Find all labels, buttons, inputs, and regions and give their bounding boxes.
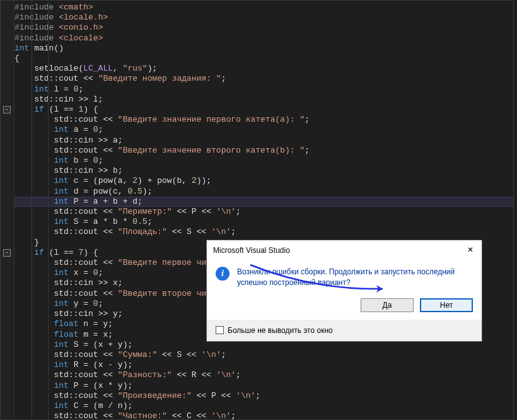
indent-guide [48, 1, 49, 419]
editor-gutter: -- [1, 1, 15, 419]
dialog-body: i Возникли ошибки сборки. Продолжить и з… [207, 259, 482, 296]
code-area[interactable]: #include <cmath> #include <locale.h> #in… [15, 3, 513, 419]
dont-show-label: Больше не выводить это окно [228, 326, 333, 335]
info-icon: i [216, 267, 229, 281]
dialog-title-text: Microsoft Visual Studio [213, 246, 290, 255]
indent-guide [32, 1, 32, 419]
dialog-button-row: Да Нет [207, 296, 482, 320]
fold-toggle[interactable]: - [3, 249, 11, 257]
dialog-message: Возникли ошибки сборки. Продолжить и зап… [237, 267, 473, 288]
no-button[interactable]: Нет [420, 298, 473, 312]
code-editor[interactable]: -- #include <cmath> #include <locale.h> … [0, 0, 514, 420]
dialog-titlebar[interactable]: Microsoft Visual Studio ✕ [207, 240, 482, 259]
dialog-footer: Больше не выводить это окно [207, 320, 482, 341]
close-icon[interactable]: ✕ [465, 245, 475, 255]
build-error-dialog: Microsoft Visual Studio ✕ i Возникли оши… [206, 240, 482, 342]
fold-toggle[interactable]: - [3, 106, 11, 114]
dont-show-checkbox[interactable] [216, 326, 224, 334]
yes-button[interactable]: Да [361, 298, 414, 312]
